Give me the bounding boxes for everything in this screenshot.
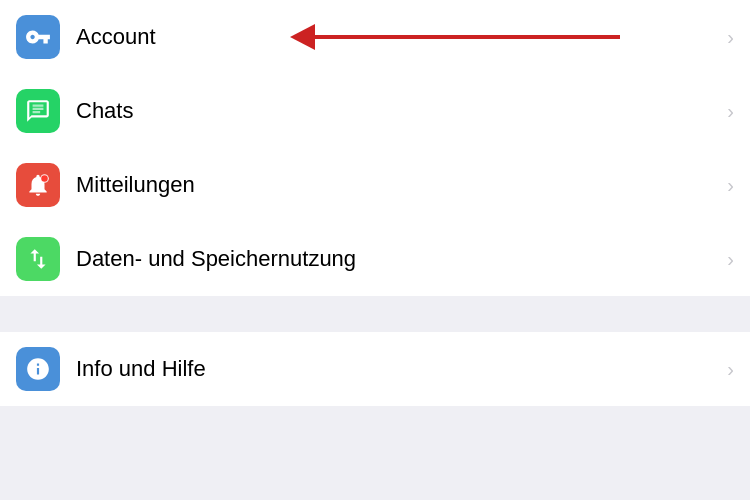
storage-label: Daten- und Speichernutzung [76, 246, 719, 272]
svg-point-3 [41, 175, 48, 182]
notifications-icon-wrap [16, 163, 60, 207]
chats-icon-wrap [16, 89, 60, 133]
account-label: Account [76, 24, 719, 50]
notifications-chevron: › [727, 174, 734, 197]
section-separator [0, 296, 750, 332]
notifications-item[interactable]: Mitteilungen › [0, 148, 750, 222]
info-icon [25, 356, 51, 382]
storage-icon-wrap [16, 237, 60, 281]
account-chevron: › [727, 26, 734, 49]
chats-item[interactable]: Chats › [0, 74, 750, 148]
account-item[interactable]: Account › [0, 0, 750, 74]
key-icon [25, 24, 51, 50]
chats-label: Chats [76, 98, 719, 124]
chat-icon [25, 98, 51, 124]
chats-chevron: › [727, 100, 734, 123]
main-settings-group: Account › Chats › [0, 0, 750, 296]
storage-item[interactable]: Daten- und Speichernutzung › [0, 222, 750, 296]
settings-list: Account › Chats › [0, 0, 750, 406]
bell-icon [25, 172, 51, 198]
arrows-icon [25, 246, 51, 272]
info-item[interactable]: Info und Hilfe › [0, 332, 750, 406]
info-label: Info und Hilfe [76, 356, 719, 382]
secondary-settings-group: Info und Hilfe › [0, 332, 750, 406]
info-icon-wrap [16, 347, 60, 391]
storage-chevron: › [727, 248, 734, 271]
account-icon-wrap [16, 15, 60, 59]
notifications-label: Mitteilungen [76, 172, 719, 198]
info-chevron: › [727, 358, 734, 381]
